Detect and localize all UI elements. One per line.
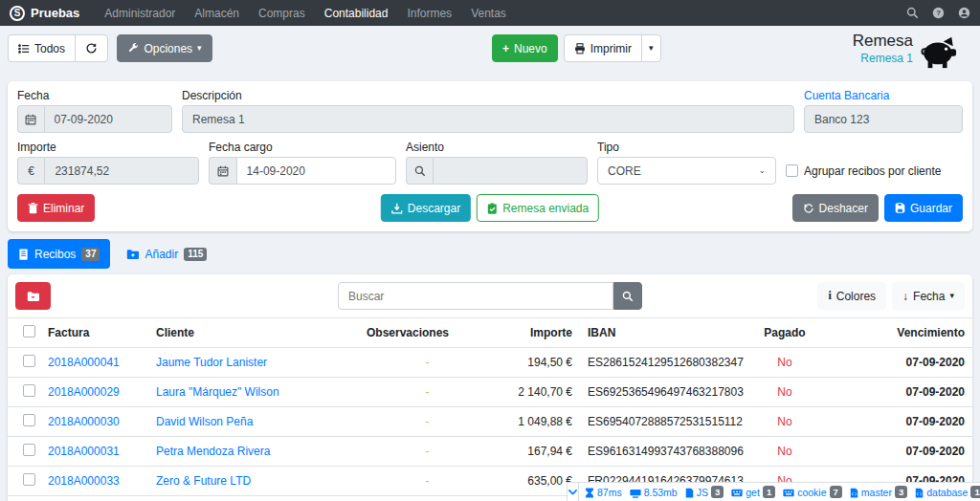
svg-text:?: ? xyxy=(936,9,941,17)
importe-label: Importe xyxy=(17,141,199,154)
brand[interactable]: S Pruebas xyxy=(10,6,79,21)
cell-importe: 2 140,70 € xyxy=(496,378,580,407)
fecha-cargo-input[interactable] xyxy=(236,157,396,185)
debug-item-badge: 7 xyxy=(830,486,842,498)
nav-item-contabilidad[interactable]: Contabilidad xyxy=(317,3,396,24)
cell-observaciones: - xyxy=(359,496,496,501)
select-all-checkbox[interactable] xyxy=(23,325,35,338)
sort-button[interactable]: ↓ Fecha ▾ xyxy=(892,282,965,310)
file-code-icon xyxy=(850,486,858,498)
brand-label: Pruebas xyxy=(31,6,79,20)
debug-item-label: 8.53mb xyxy=(644,487,678,498)
factura-link[interactable]: 2018A000031 xyxy=(48,445,120,458)
info-icon: i xyxy=(828,289,831,303)
undo-icon xyxy=(803,203,814,214)
debug-item-badge: 3 xyxy=(895,486,907,498)
eliminar-button[interactable]: Eliminar xyxy=(17,194,95,222)
row-checkbox[interactable] xyxy=(23,355,35,367)
row-checkbox[interactable] xyxy=(23,384,35,397)
page-title: Remesa xyxy=(853,32,913,51)
cliente-link[interactable]: Laura "Márquez" Wilson xyxy=(156,385,279,399)
debug-bar: 87ms8.53mbJS3get1cookie7master3database1… xyxy=(567,482,980,501)
remesa-enviada-label: Remesa enviada xyxy=(502,202,589,215)
debug-item-badge: 3 xyxy=(711,486,724,498)
cell-observaciones: - xyxy=(359,467,496,496)
debug-item-label: get xyxy=(746,487,760,498)
help-icon[interactable]: ? xyxy=(932,7,945,19)
row-checkbox[interactable] xyxy=(23,444,35,456)
remesa-enviada-button[interactable]: Remesa enviada xyxy=(477,194,599,222)
search-icon xyxy=(622,291,634,302)
descargar-button[interactable]: Descargar xyxy=(381,194,471,222)
nav-item-administrador[interactable]: Administrador xyxy=(97,3,183,24)
asiento-input xyxy=(433,157,588,185)
debug-item-js[interactable]: JS3 xyxy=(685,486,724,498)
cell-check xyxy=(8,437,40,467)
cell-importe: 1 049,88 € xyxy=(496,407,580,437)
todos-label: Todos xyxy=(34,42,65,55)
clipboard-check-icon xyxy=(487,203,498,214)
cell-vencimiento: 07-09-2020 xyxy=(819,407,972,437)
cliente-link-cell: Zero & Future LTD xyxy=(148,467,359,496)
search-button[interactable] xyxy=(613,282,642,310)
top-navbar: S Pruebas AdministradorAlmacénComprasCon… xyxy=(0,0,980,26)
cell-observaciones: - xyxy=(359,407,496,437)
cliente-link-cell: Jaume Tudor Lanister xyxy=(148,348,359,378)
imprimir-button[interactable]: Imprimir xyxy=(564,34,642,62)
cliente-link[interactable]: Zero & Future LTD xyxy=(156,474,251,488)
debug-item-database[interactable]: database183 xyxy=(915,486,980,498)
row-checkbox[interactable] xyxy=(23,414,35,426)
cell-pagado: No xyxy=(750,378,819,407)
debug-collapse-button[interactable] xyxy=(568,483,579,501)
debug-item-get[interactable]: get1 xyxy=(731,486,775,498)
tab-recibos[interactable]: Recibos 37 xyxy=(8,239,110,269)
keyboard-icon xyxy=(783,487,794,498)
navbar-menu: AdministradorAlmacénComprasContabilidadI… xyxy=(97,3,906,24)
agrupar-checkbox[interactable] xyxy=(786,164,798,177)
nav-item-ventas[interactable]: Ventas xyxy=(463,3,514,24)
group-button[interactable] xyxy=(15,282,51,310)
calendar-icon xyxy=(209,157,236,185)
row-checkbox[interactable] xyxy=(23,473,35,486)
cell-importe: 194,50 € xyxy=(496,348,580,378)
cell-vencimiento: 07-09-2020 xyxy=(819,348,972,378)
nav-item-almacen[interactable]: Almacén xyxy=(187,3,247,24)
nav-item-compras[interactable]: Compras xyxy=(251,3,313,24)
opciones-button[interactable]: Opciones ▾ xyxy=(117,34,212,62)
nav-item-informes[interactable]: Informes xyxy=(399,3,459,24)
descripcion-input xyxy=(182,105,794,133)
factura-link[interactable]: 2018A000041 xyxy=(48,356,120,369)
calendar-icon xyxy=(17,105,44,133)
todos-button[interactable]: Todos xyxy=(8,34,76,62)
debug-item-cookie[interactable]: cookie7 xyxy=(783,486,842,498)
factura-link[interactable]: 2018A000033 xyxy=(48,474,120,488)
tab-recibos-badge: 37 xyxy=(81,248,100,261)
refresh-button[interactable] xyxy=(75,34,108,62)
search-icon[interactable] xyxy=(906,7,919,19)
cliente-link[interactable]: Jaume Tudor Lanister xyxy=(156,356,267,369)
cell-pagado: No xyxy=(750,437,819,467)
colores-button[interactable]: i Colores xyxy=(817,282,886,310)
guardar-button[interactable]: Guardar xyxy=(884,194,963,222)
page-toolbar: Todos Opciones ▾ + Nuevo Imprimir ▾ Reme… xyxy=(0,26,980,81)
tab-anadir[interactable]: Añadir 115 xyxy=(116,239,217,269)
cell-vencimiento: 07-09-2020 xyxy=(819,437,972,467)
debug-item-8-53mb[interactable]: 8.53mb xyxy=(630,486,678,497)
factura-link[interactable]: 2018A000029 xyxy=(48,385,120,399)
cell-iban: ES6954072888572531515112 xyxy=(580,407,750,437)
cliente-link-cell: Petra Mendoza Rivera xyxy=(148,437,359,467)
user-icon[interactable] xyxy=(958,7,970,19)
factura-link-cell: 2018A000029 xyxy=(40,378,148,407)
imprimir-dropdown-button[interactable]: ▾ xyxy=(641,34,661,62)
deshacer-button[interactable]: Deshacer xyxy=(792,194,879,222)
debug-item-master[interactable]: master3 xyxy=(850,486,907,498)
cuenta-bancaria-link[interactable]: Cuenta Bancaria xyxy=(804,89,963,102)
factura-link[interactable]: 2018A000030 xyxy=(48,415,120,428)
search-input[interactable] xyxy=(338,282,613,310)
debug-item-87ms[interactable]: 87ms xyxy=(585,486,622,498)
tipo-select[interactable]: CORE ⌄ xyxy=(597,157,776,185)
nuevo-button[interactable]: + Nuevo xyxy=(492,34,558,62)
cliente-link[interactable]: David Wilson Peña xyxy=(156,415,253,428)
search-icon xyxy=(406,157,433,185)
cliente-link[interactable]: Petra Mendoza Rivera xyxy=(156,445,270,458)
